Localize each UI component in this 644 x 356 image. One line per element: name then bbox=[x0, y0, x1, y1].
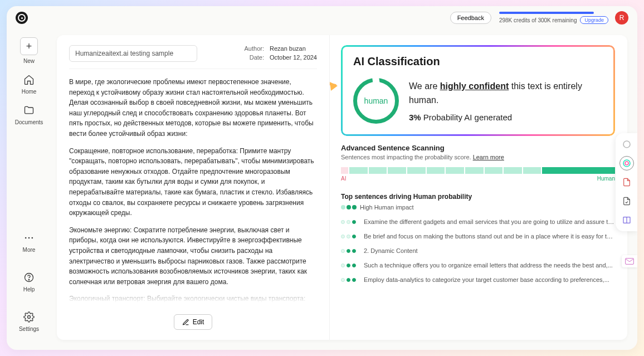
help-icon bbox=[23, 272, 35, 283]
upgrade-button[interactable]: Upgrade bbox=[580, 16, 608, 24]
gear-icon bbox=[23, 311, 35, 323]
app-logo[interactable] bbox=[16, 12, 28, 24]
home-icon bbox=[23, 74, 35, 85]
scanning-title: Advanced Sentence Scanning bbox=[341, 144, 615, 152]
edit-label: Edit bbox=[193, 318, 204, 326]
label-ai: AI bbox=[341, 175, 346, 182]
author-label: Author: bbox=[240, 45, 264, 52]
sentence-row[interactable]: Examine the different gadgets and email … bbox=[341, 218, 615, 225]
svg-point-8 bbox=[625, 162, 628, 165]
credits-block: 298K credits of 300K remaining Upgrade bbox=[499, 12, 608, 24]
sidebar: + New Home Documents More Help Settings bbox=[7, 30, 51, 350]
human-badge: human bbox=[353, 78, 399, 124]
folder-icon bbox=[23, 105, 35, 116]
sentence-heatbar bbox=[341, 167, 615, 174]
pencil-icon bbox=[182, 319, 189, 326]
paragraph: В мире, где экологические проблемы имеют… bbox=[69, 77, 317, 139]
sentence-text: 2. Dynamic Content bbox=[364, 247, 418, 254]
mail-icon bbox=[625, 258, 634, 265]
sentence-text: Such a technique offers you to organize … bbox=[364, 262, 613, 269]
svg-point-4 bbox=[28, 280, 29, 280]
more-icon bbox=[23, 232, 35, 243]
probability-text: 3% Probability AI generated bbox=[409, 113, 603, 122]
sidebar-item-help[interactable]: Help bbox=[11, 272, 47, 292]
tool-dock bbox=[616, 133, 637, 231]
author-value: Rezan buzan bbox=[270, 45, 306, 52]
confidence-text: We are highly confident this text is ent… bbox=[409, 80, 603, 108]
sentence-text: Examine the different gadgets and email … bbox=[364, 218, 615, 225]
credits-text: 298K credits of 300K remaining bbox=[499, 17, 577, 23]
dock-edit-icon[interactable] bbox=[621, 196, 632, 207]
document-meta: Author: Rezan buzan Date: October 12, 20… bbox=[240, 45, 317, 63]
paragraph: Экономьте энергию: Сократите потребление… bbox=[69, 225, 317, 287]
document-pane: Author: Rezan buzan Date: October 12, 20… bbox=[57, 35, 330, 340]
sentence-row[interactable]: Such a technique offers you to organize … bbox=[341, 262, 615, 269]
app-window: Feedback 298K credits of 300K remaining … bbox=[7, 6, 637, 350]
svg-point-7 bbox=[623, 160, 630, 167]
sidebar-item-more[interactable]: More bbox=[11, 232, 47, 253]
label-human: Human bbox=[597, 175, 615, 182]
driving-title: Top sentences driving Human probability bbox=[341, 193, 615, 201]
main-panel: Author: Rezan buzan Date: October 12, 20… bbox=[57, 35, 627, 340]
dock-columns-icon[interactable] bbox=[621, 214, 632, 226]
learn-more-link[interactable]: Learn more bbox=[473, 154, 504, 160]
paragraph: Сокращение, повторное использование, пер… bbox=[69, 146, 317, 218]
analysis-pane: AI Classification human We are highly co… bbox=[330, 35, 627, 340]
sentence-row[interactable]: Be brief and focus on making the buttons… bbox=[341, 233, 615, 240]
svg-point-0 bbox=[25, 237, 27, 239]
sidebar-item-label: Home bbox=[22, 89, 37, 95]
feedback-button[interactable]: Feedback bbox=[450, 12, 491, 24]
sidebar-item-label: Documents bbox=[15, 119, 43, 125]
dock-document-icon[interactable] bbox=[621, 177, 632, 188]
document-body: В мире, где экологические проблемы имеют… bbox=[69, 77, 317, 311]
sidebar-item-label: Settings bbox=[19, 326, 39, 332]
document-title-input[interactable] bbox=[69, 45, 197, 62]
topbar: Feedback 298K credits of 300K remaining … bbox=[7, 6, 637, 30]
heat-labels: AI Human bbox=[341, 175, 615, 182]
sentence-text: Employ data-analytics to categorize your… bbox=[364, 276, 609, 283]
plus-icon: + bbox=[20, 37, 38, 55]
mail-widget[interactable] bbox=[622, 255, 637, 267]
scanning-subtitle: Sentences most impacting the probability… bbox=[341, 154, 615, 160]
svg-point-5 bbox=[28, 316, 31, 319]
date-label: Date: bbox=[240, 54, 264, 61]
svg-rect-11 bbox=[626, 259, 634, 265]
new-label: New bbox=[23, 58, 35, 64]
sidebar-item-label: More bbox=[23, 247, 36, 253]
edit-button[interactable]: Edit bbox=[174, 314, 213, 330]
dock-detect-icon[interactable] bbox=[621, 139, 632, 150]
sidebar-item-label: Help bbox=[23, 286, 35, 292]
sentence-row[interactable]: 2. Dynamic Content bbox=[341, 247, 615, 254]
sidebar-item-settings[interactable]: Settings bbox=[11, 311, 47, 332]
sentence-row[interactable]: Employ data-analytics to categorize your… bbox=[341, 276, 615, 283]
sentence-text: Be brief and focus on making the buttons… bbox=[364, 233, 615, 240]
classification-title: AI Classification bbox=[353, 55, 603, 68]
svg-point-1 bbox=[28, 237, 30, 239]
sidebar-item-home[interactable]: Home bbox=[11, 74, 47, 95]
paragraph: Экологичный транспорт: Выбирайте экологи… bbox=[69, 294, 317, 311]
driving-impact: High Human impact bbox=[341, 204, 615, 211]
avatar[interactable]: R bbox=[615, 11, 628, 25]
svg-point-2 bbox=[32, 237, 33, 239]
new-button[interactable]: + New bbox=[11, 37, 47, 64]
date-value: October 12, 2024 bbox=[270, 54, 317, 61]
document-header: Author: Rezan buzan Date: October 12, 20… bbox=[69, 45, 317, 69]
dock-scan-icon[interactable] bbox=[621, 158, 632, 169]
sidebar-item-documents[interactable]: Documents bbox=[11, 105, 47, 125]
svg-point-6 bbox=[623, 141, 630, 148]
credits-progress bbox=[499, 12, 594, 14]
classification-box: AI Classification human We are highly co… bbox=[341, 45, 615, 136]
